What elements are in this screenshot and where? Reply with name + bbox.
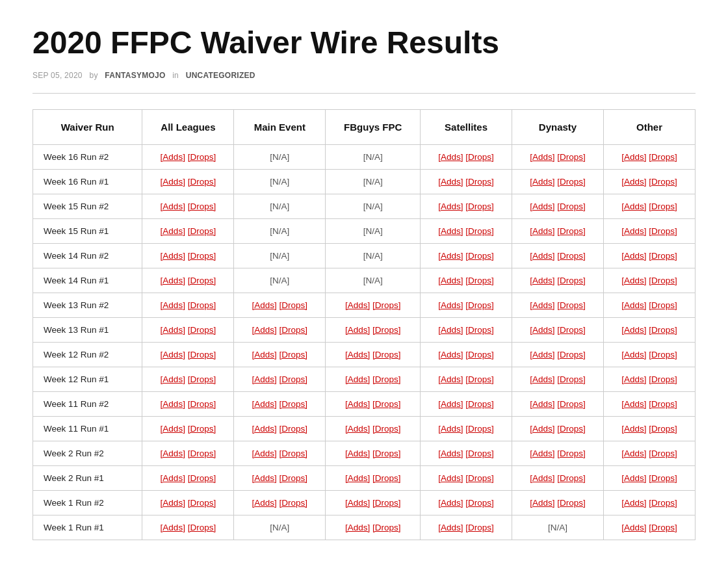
drops-link[interactable]: [Drops] — [188, 424, 216, 434]
drops-link[interactable]: [Drops] — [465, 300, 494, 310]
adds-link[interactable]: [Adds] — [530, 300, 554, 310]
drops-link[interactable]: [Drops] — [372, 473, 401, 483]
drops-link[interactable]: [Drops] — [465, 374, 494, 384]
adds-link[interactable]: [Adds] — [438, 399, 463, 409]
drops-link[interactable]: [Drops] — [188, 350, 216, 359]
drops-link[interactable]: [Drops] — [465, 473, 494, 483]
drops-link[interactable]: [Drops] — [465, 152, 494, 162]
drops-link[interactable]: [Drops] — [280, 300, 308, 310]
drops-link[interactable]: [Drops] — [372, 350, 401, 359]
adds-link[interactable]: [Adds] — [161, 202, 185, 211]
drops-link[interactable]: [Drops] — [188, 374, 216, 384]
drops-link[interactable]: [Drops] — [649, 498, 677, 508]
drops-link[interactable]: [Drops] — [649, 449, 677, 458]
adds-link[interactable]: [Adds] — [252, 300, 277, 310]
adds-link[interactable]: [Adds] — [345, 300, 370, 310]
drops-link[interactable]: [Drops] — [557, 300, 586, 310]
adds-link[interactable]: [Adds] — [252, 424, 277, 434]
drops-link[interactable]: [Drops] — [649, 473, 677, 483]
adds-link[interactable]: [Adds] — [621, 424, 646, 434]
drops-link[interactable]: [Drops] — [649, 276, 677, 285]
adds-link[interactable]: [Adds] — [530, 350, 554, 359]
adds-link[interactable]: [Adds] — [345, 325, 370, 335]
adds-link[interactable]: [Adds] — [438, 300, 463, 310]
drops-link[interactable]: [Drops] — [649, 177, 677, 187]
adds-link[interactable]: [Adds] — [161, 449, 185, 458]
drops-link[interactable]: [Drops] — [465, 226, 494, 236]
drops-link[interactable]: [Drops] — [465, 523, 494, 532]
adds-link[interactable]: [Adds] — [345, 424, 370, 434]
drops-link[interactable]: [Drops] — [465, 399, 494, 409]
adds-link[interactable]: [Adds] — [161, 473, 185, 483]
adds-link[interactable]: [Adds] — [161, 300, 185, 310]
drops-link[interactable]: [Drops] — [649, 300, 677, 310]
drops-link[interactable]: [Drops] — [557, 276, 586, 285]
drops-link[interactable]: [Drops] — [465, 202, 494, 211]
adds-link[interactable]: [Adds] — [345, 449, 370, 458]
drops-link[interactable]: [Drops] — [557, 374, 586, 384]
drops-link[interactable]: [Drops] — [372, 325, 401, 335]
adds-link[interactable]: [Adds] — [438, 152, 463, 162]
drops-link[interactable]: [Drops] — [280, 399, 308, 409]
adds-link[interactable]: [Adds] — [438, 325, 463, 335]
drops-link[interactable]: [Drops] — [649, 325, 677, 335]
adds-link[interactable]: [Adds] — [252, 350, 277, 359]
adds-link[interactable]: [Adds] — [530, 374, 554, 384]
drops-link[interactable]: [Drops] — [280, 424, 308, 434]
drops-link[interactable]: [Drops] — [649, 251, 677, 261]
adds-link[interactable]: [Adds] — [621, 449, 646, 458]
adds-link[interactable]: [Adds] — [345, 473, 370, 483]
adds-link[interactable]: [Adds] — [161, 399, 185, 409]
adds-link[interactable]: [Adds] — [252, 498, 277, 508]
adds-link[interactable]: [Adds] — [621, 399, 646, 409]
adds-link[interactable]: [Adds] — [438, 498, 463, 508]
adds-link[interactable]: [Adds] — [345, 523, 370, 532]
adds-link[interactable]: [Adds] — [161, 152, 185, 162]
drops-link[interactable]: [Drops] — [280, 325, 308, 335]
drops-link[interactable]: [Drops] — [465, 177, 494, 187]
drops-link[interactable]: [Drops] — [465, 350, 494, 359]
drops-link[interactable]: [Drops] — [188, 473, 216, 483]
drops-link[interactable]: [Drops] — [649, 424, 677, 434]
drops-link[interactable]: [Drops] — [280, 473, 308, 483]
adds-link[interactable]: [Adds] — [530, 152, 554, 162]
adds-link[interactable]: [Adds] — [161, 374, 185, 384]
adds-link[interactable]: [Adds] — [161, 177, 185, 187]
adds-link[interactable]: [Adds] — [161, 523, 185, 532]
drops-link[interactable]: [Drops] — [557, 325, 586, 335]
drops-link[interactable]: [Drops] — [188, 177, 216, 187]
adds-link[interactable]: [Adds] — [621, 473, 646, 483]
drops-link[interactable]: [Drops] — [557, 152, 586, 162]
adds-link[interactable]: [Adds] — [438, 350, 463, 359]
drops-link[interactable]: [Drops] — [557, 424, 586, 434]
adds-link[interactable]: [Adds] — [530, 202, 554, 211]
drops-link[interactable]: [Drops] — [188, 202, 216, 211]
drops-link[interactable]: [Drops] — [188, 226, 216, 236]
drops-link[interactable]: [Drops] — [188, 449, 216, 458]
drops-link[interactable]: [Drops] — [372, 399, 401, 409]
adds-link[interactable]: [Adds] — [161, 424, 185, 434]
drops-link[interactable]: [Drops] — [465, 424, 494, 434]
drops-link[interactable]: [Drops] — [372, 498, 401, 508]
adds-link[interactable]: [Adds] — [438, 202, 463, 211]
drops-link[interactable]: [Drops] — [188, 251, 216, 261]
drops-link[interactable]: [Drops] — [557, 473, 586, 483]
adds-link[interactable]: [Adds] — [252, 325, 277, 335]
drops-link[interactable]: [Drops] — [557, 177, 586, 187]
adds-link[interactable]: [Adds] — [530, 399, 554, 409]
adds-link[interactable]: [Adds] — [438, 374, 463, 384]
adds-link[interactable]: [Adds] — [345, 350, 370, 359]
drops-link[interactable]: [Drops] — [465, 325, 494, 335]
drops-link[interactable]: [Drops] — [188, 276, 216, 285]
adds-link[interactable]: [Adds] — [438, 276, 463, 285]
adds-link[interactable]: [Adds] — [252, 399, 277, 409]
adds-link[interactable]: [Adds] — [530, 251, 554, 261]
adds-link[interactable]: [Adds] — [530, 226, 554, 236]
adds-link[interactable]: [Adds] — [621, 300, 646, 310]
adds-link[interactable]: [Adds] — [530, 424, 554, 434]
drops-link[interactable]: [Drops] — [372, 300, 401, 310]
drops-link[interactable]: [Drops] — [465, 276, 494, 285]
drops-link[interactable]: [Drops] — [188, 152, 216, 162]
drops-link[interactable]: [Drops] — [188, 498, 216, 508]
adds-link[interactable]: [Adds] — [621, 350, 646, 359]
